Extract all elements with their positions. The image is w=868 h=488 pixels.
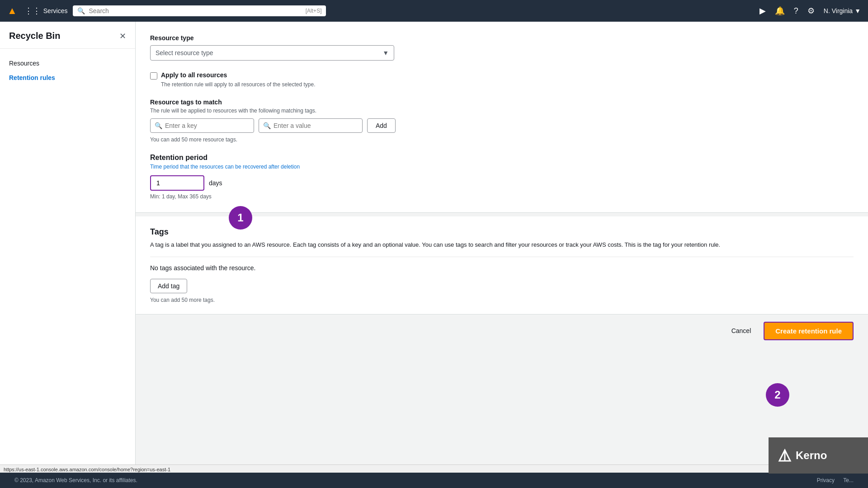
sidebar-item-retention-rules[interactable]: Retention rules [0, 70, 135, 85]
search-icon: 🔍 [263, 122, 271, 129]
step-2-badge: 2 [766, 383, 789, 407]
bell-icon[interactable]: 🔔 [775, 6, 785, 16]
sidebar: Recycle Bin ✕ Resources Retention rules [0, 22, 136, 488]
services-label: Services [43, 7, 68, 14]
retention-period-label: Retention period [150, 154, 854, 162]
search-shortcut: [Alt+S] [306, 8, 322, 14]
tags-hint: You can add 50 more resource tags. [150, 136, 854, 143]
terms-link[interactable]: Te... [843, 477, 854, 483]
footer-links: Privacy Te... [810, 477, 854, 483]
status-url: https://us-east-1.console.aws.amazon.com… [4, 467, 170, 472]
main-content: Resource type ▼ Select resource type App… [136, 22, 868, 488]
tags-divider [150, 257, 854, 257]
form-actions: Cancel Create retention rule [136, 314, 868, 347]
sidebar-title: Recycle Bin [9, 31, 60, 41]
add-tag-key-value-button[interactable]: Add [367, 118, 396, 133]
kerno-logo-icon [778, 448, 792, 463]
top-navigation: ▲ ⋮⋮ Services 🔍 [Alt+S] ▶ 🔔 ? ⚙ N. Virgi… [0, 0, 868, 22]
retention-period-section: Retention period Time period that the re… [150, 154, 854, 200]
tags-input-row: 🔍 🔍 Add [150, 118, 854, 133]
tag-value-input[interactable] [259, 118, 363, 133]
search-bar[interactable]: 🔍 [Alt+S] [73, 5, 326, 16]
help-icon[interactable]: ? [794, 6, 798, 16]
search-input[interactable] [89, 7, 302, 14]
cancel-button[interactable]: Cancel [726, 324, 757, 338]
no-tags-message: No tags associated with the resource. [150, 264, 854, 272]
tags-panel: Tags A tag is a label that you assigned … [136, 216, 868, 314]
resource-tags-section: Resource tags to match The rule will be … [150, 99, 854, 143]
apply-all-row: Apply to all resources [150, 71, 854, 80]
sidebar-header: Recycle Bin ✕ [0, 31, 135, 49]
resource-type-section: Resource type ▼ Select resource type [150, 34, 854, 61]
main-layout: Recycle Bin ✕ Resources Retention rules … [0, 22, 868, 488]
add-tag-hint: You can add 50 more tags. [150, 297, 854, 303]
copyright-text: © 2023, Amazon Web Services, Inc. or its… [14, 477, 137, 483]
region-label: N. Virginia [824, 7, 853, 14]
retention-unit-label: days [209, 179, 222, 187]
retention-period-description: Time period that the resources can be re… [150, 164, 854, 170]
resource-tags-label: Resource tags to match [150, 99, 854, 106]
close-icon[interactable]: ✕ [119, 31, 126, 41]
settings-icon[interactable]: ⚙ [807, 6, 815, 16]
sidebar-navigation: Resources Retention rules [0, 49, 135, 92]
apply-all-label: Apply to all resources [161, 71, 227, 79]
region-selector[interactable]: N. Virginia ▼ [824, 7, 861, 14]
step-1-badge: 1 [229, 206, 252, 230]
apply-all-checkbox[interactable] [150, 72, 157, 80]
tag-key-input[interactable] [150, 118, 254, 133]
resource-type-select-wrapper: ▼ Select resource type [150, 45, 394, 61]
apply-all-description: The retention rule will apply to all res… [161, 81, 854, 88]
search-icon: 🔍 [155, 122, 162, 129]
create-retention-rule-button[interactable]: Create retention rule [764, 322, 854, 340]
privacy-link[interactable]: Privacy [817, 477, 835, 483]
search-icon: 🔍 [77, 7, 85, 14]
aws-logo-icon: ▲ [7, 5, 17, 17]
tag-key-wrapper: 🔍 [150, 118, 254, 133]
status-bar: https://us-east-1.console.aws.amazon.com… [0, 465, 868, 474]
grid-icon: ⋮⋮ [24, 6, 41, 16]
tags-panel-description: A tag is a label that you assigned to an… [150, 240, 854, 249]
resource-tags-description: The rule will be applied to resources wi… [150, 108, 854, 114]
retention-input-row: 1 days [150, 175, 854, 191]
tags-panel-title: Tags [150, 227, 854, 237]
resource-type-select[interactable] [150, 45, 394, 61]
resource-type-label: Resource type [150, 34, 854, 42]
kerno-watermark: Kerno [769, 437, 868, 474]
add-tag-button[interactable]: Add tag [150, 279, 187, 293]
form-panel: Resource type ▼ Select resource type App… [136, 22, 868, 213]
retention-days-input[interactable]: 1 [150, 175, 204, 191]
services-menu[interactable]: ⋮⋮ Services [24, 6, 68, 16]
tag-value-wrapper: 🔍 [259, 118, 363, 133]
sidebar-item-resources[interactable]: Resources [0, 56, 135, 70]
nav-right-icons: ▶ 🔔 ? ⚙ N. Virginia ▼ [760, 6, 861, 16]
apply-all-section: Apply to all resources The retention rul… [150, 71, 854, 88]
retention-hint: Min: 1 day, Max 365 days [150, 193, 854, 200]
terminal-icon[interactable]: ▶ [760, 6, 766, 16]
kerno-label: Kerno [796, 449, 827, 462]
page-footer: © 2023, Amazon Web Services, Inc. or its… [0, 473, 868, 488]
chevron-down-icon: ▼ [854, 7, 861, 14]
